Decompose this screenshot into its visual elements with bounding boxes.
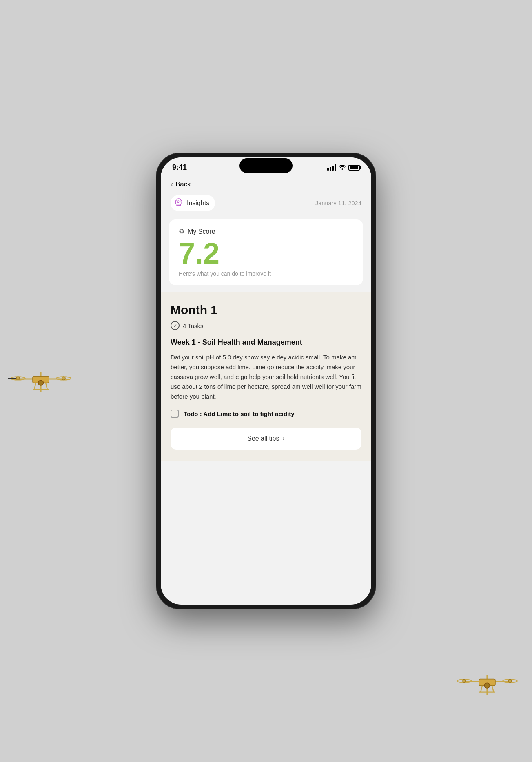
score-title: My Score	[188, 228, 215, 235]
date-label: January 11, 2024	[315, 200, 361, 206]
dynamic-island	[239, 158, 293, 173]
drone-decoration-right	[454, 669, 520, 701]
status-icons	[327, 164, 360, 171]
score-subtitle: Here's what you can do to improve it	[179, 270, 353, 277]
svg-point-22	[508, 679, 512, 682]
battery-icon	[348, 165, 360, 171]
svg-line-18	[492, 685, 494, 692]
svg-line-5	[34, 383, 36, 389]
insights-badge: Insights	[171, 195, 215, 211]
week-description: Dat your soil pH of 5.0 dey show say e d…	[171, 352, 361, 401]
month-title: Month 1	[171, 303, 361, 317]
svg-point-24	[180, 201, 181, 202]
todo-label: Todo : Add Lime to soil to fight acidity	[184, 410, 295, 417]
scroll-content[interactable]: ‹ Back	[161, 175, 371, 605]
page-wrapper: 9:41	[0, 0, 532, 762]
todo-item: Todo : Add Lime to soil to fight acidity	[171, 410, 361, 418]
week-title: Week 1 - Soil Health and Management	[171, 338, 361, 347]
svg-point-20	[485, 683, 490, 688]
signal-icon	[327, 164, 336, 171]
phone-screen: 9:41	[161, 157, 371, 605]
score-card: ♻ My Score 7.2 Here's what you can do to…	[169, 219, 363, 285]
tasks-row: 4 Tasks	[171, 321, 361, 330]
svg-line-6	[46, 383, 47, 389]
todo-checkbox[interactable]	[171, 410, 179, 418]
drone-decoration-left	[8, 366, 73, 399]
svg-point-11	[62, 377, 65, 380]
back-button[interactable]: ‹ Back	[171, 180, 361, 188]
svg-point-10	[16, 377, 20, 380]
month-section: Month 1 4 Tasks Week 1 - Soil Health and…	[161, 292, 371, 461]
see-all-label: See all tips	[247, 435, 279, 442]
svg-point-21	[463, 679, 466, 682]
back-label: Back	[175, 180, 191, 188]
score-value: 7.2	[179, 239, 353, 268]
score-header: ♻ My Score	[179, 228, 353, 235]
task-check-icon	[171, 321, 180, 330]
phone-frame: 9:41	[156, 153, 376, 609]
see-all-chevron-icon: ›	[282, 435, 284, 442]
brain-icon	[174, 197, 184, 209]
nav-bar: ‹ Back	[161, 175, 371, 192]
recycle-icon: ♻	[179, 228, 184, 235]
svg-point-8	[38, 380, 44, 385]
insights-label: Insights	[187, 199, 209, 207]
status-time: 9:41	[172, 163, 187, 172]
back-chevron-icon: ‹	[171, 180, 173, 188]
svg-line-17	[481, 685, 482, 692]
header-section: Insights January 11, 2024	[161, 192, 371, 218]
svg-point-23	[177, 201, 178, 202]
wifi-icon	[339, 164, 346, 171]
see-all-tips-button[interactable]: See all tips ›	[171, 428, 361, 450]
tasks-label: 4 Tasks	[183, 322, 204, 329]
